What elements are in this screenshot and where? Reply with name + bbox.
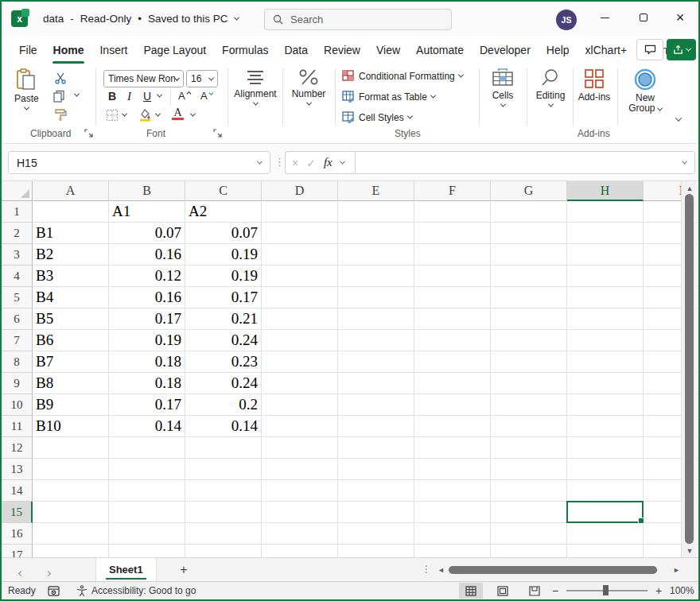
formula-bar-expand-chevron-icon[interactable] xyxy=(682,159,687,165)
cell-styles-button[interactable]: Cell Styles xyxy=(342,111,412,123)
cell-A6[interactable]: B5 xyxy=(33,308,109,330)
cell-E15[interactable] xyxy=(338,502,414,523)
cell-D3[interactable] xyxy=(262,244,338,266)
cell-C12[interactable] xyxy=(185,437,262,459)
user-avatar[interactable]: JS xyxy=(556,10,577,30)
cell-F10[interactable] xyxy=(414,394,491,416)
cell-F4[interactable] xyxy=(414,266,491,287)
font-color-button[interactable]: A xyxy=(172,107,184,120)
cell-H8[interactable] xyxy=(567,351,644,373)
conditional-formatting-button[interactable]: Conditional Formatting xyxy=(342,70,463,82)
ribbon-tab-data[interactable]: Data xyxy=(276,38,316,62)
cell-B3[interactable]: 0.16 xyxy=(109,244,185,266)
comments-button[interactable] xyxy=(636,39,663,60)
cell-B10[interactable]: 0.17 xyxy=(109,394,185,416)
zoom-out-button[interactable]: − xyxy=(552,582,558,599)
cell-A13[interactable] xyxy=(33,459,109,480)
cell-A4[interactable]: B3 xyxy=(33,266,109,287)
addins-button[interactable]: Add-ins xyxy=(576,68,612,103)
column-header-F[interactable]: F xyxy=(414,181,491,201)
cell-H1[interactable] xyxy=(567,201,644,223)
cell-G7[interactable] xyxy=(491,330,567,351)
cell-B7[interactable]: 0.19 xyxy=(109,330,185,351)
cells-button[interactable]: Cells xyxy=(485,68,520,107)
font-name-combobox[interactable]: Times New Ron xyxy=(103,70,184,87)
ribbon-tab-view[interactable]: View xyxy=(368,38,408,62)
cell-E3[interactable] xyxy=(338,244,414,266)
cell-D2[interactable] xyxy=(262,223,338,244)
sheet-tab-sheet1[interactable]: Sheet1 xyxy=(95,558,157,581)
new-group-button[interactable]: NewGroup xyxy=(624,68,667,114)
row-header-3[interactable]: 3 xyxy=(2,244,33,266)
minimize-button[interactable] xyxy=(588,2,621,33)
save-status-chevron-icon[interactable] xyxy=(234,15,239,21)
cell-G9[interactable] xyxy=(491,373,567,394)
editing-button[interactable]: Editing xyxy=(531,68,570,107)
cell-A11[interactable]: B10 xyxy=(33,416,109,437)
macro-record-button[interactable] xyxy=(48,582,60,599)
insert-function-icon[interactable]: fx xyxy=(324,156,332,169)
scroll-left-icon[interactable]: ◄ xyxy=(438,566,445,574)
cell-B9[interactable]: 0.18 xyxy=(109,373,185,394)
cell-G15[interactable] xyxy=(491,502,567,523)
cell-F8[interactable] xyxy=(414,351,491,373)
cell-B17[interactable] xyxy=(109,545,185,557)
cell-C6[interactable]: 0.21 xyxy=(185,308,262,330)
cell-H12[interactable] xyxy=(567,437,644,459)
excel-app-icon[interactable]: x xyxy=(11,10,28,27)
cell-H2[interactable] xyxy=(567,223,644,244)
cell-D8[interactable] xyxy=(262,351,338,373)
cell-A17[interactable] xyxy=(33,545,109,557)
cell-A14[interactable] xyxy=(33,480,109,502)
cell-B2[interactable]: 0.07 xyxy=(109,223,185,244)
ribbon-tab-automate[interactable]: Automate xyxy=(408,38,472,62)
cell-H9[interactable] xyxy=(567,373,644,394)
cell-C8[interactable]: 0.23 xyxy=(185,351,262,373)
cell-A3[interactable]: B2 xyxy=(33,244,109,266)
zoom-in-button[interactable]: + xyxy=(655,582,662,599)
alignment-button[interactable]: Alignment xyxy=(232,68,278,106)
cell-G13[interactable] xyxy=(491,459,567,480)
cell-G12[interactable] xyxy=(491,437,567,459)
cell-G1[interactable] xyxy=(491,201,567,223)
ribbon-tab-insert[interactable]: Insert xyxy=(91,38,135,62)
cell-E8[interactable] xyxy=(338,351,414,373)
cell-C2[interactable]: 0.07 xyxy=(185,223,262,244)
maximize-button[interactable] xyxy=(627,2,660,33)
underline-button[interactable]: U xyxy=(143,90,151,103)
row-header-2[interactable]: 2 xyxy=(2,223,33,244)
cell-H13[interactable] xyxy=(567,459,644,480)
column-header-G[interactable]: G xyxy=(491,181,567,201)
cell-D7[interactable] xyxy=(262,330,338,351)
cell-D11[interactable] xyxy=(262,416,338,437)
decrease-font-size-button[interactable]: A xyxy=(200,90,214,102)
cell-G11[interactable] xyxy=(491,416,567,437)
fill-color-chevron-icon[interactable] xyxy=(156,113,160,117)
clipboard-dialog-launcher-icon[interactable] xyxy=(84,129,94,138)
close-button[interactable]: × xyxy=(663,2,697,33)
row-header-17[interactable]: 17 xyxy=(2,545,33,557)
cell-A9[interactable]: B8 xyxy=(33,373,109,394)
cell-F16[interactable] xyxy=(414,523,491,545)
number-button[interactable]: Number xyxy=(288,68,329,106)
cell-F11[interactable] xyxy=(414,416,491,437)
horizontal-scrollbar-thumb[interactable] xyxy=(449,566,657,574)
row-header-10[interactable]: 10 xyxy=(2,394,33,416)
cell-F7[interactable] xyxy=(414,330,491,351)
cell-A2[interactable]: B1 xyxy=(33,223,109,244)
paste-button[interactable]: Paste xyxy=(14,68,39,111)
format-painter-button[interactable] xyxy=(54,108,67,121)
ribbon-tab-xlchart-[interactable]: xlChart+ xyxy=(578,38,636,62)
normal-view-button[interactable] xyxy=(459,583,483,599)
cell-H10[interactable] xyxy=(567,394,644,416)
cell-D5[interactable] xyxy=(262,287,338,308)
cell-B4[interactable]: 0.12 xyxy=(109,266,185,287)
cell-H4[interactable] xyxy=(567,266,644,287)
ribbon-tab-developer[interactable]: Developer xyxy=(472,38,539,62)
cell-F13[interactable] xyxy=(414,459,491,480)
cell-C10[interactable]: 0.2 xyxy=(185,394,262,416)
row-header-14[interactable]: 14 xyxy=(2,480,33,502)
cell-F12[interactable] xyxy=(414,437,491,459)
column-header-I[interactable]: I xyxy=(644,181,681,201)
cell-E7[interactable] xyxy=(338,330,414,351)
